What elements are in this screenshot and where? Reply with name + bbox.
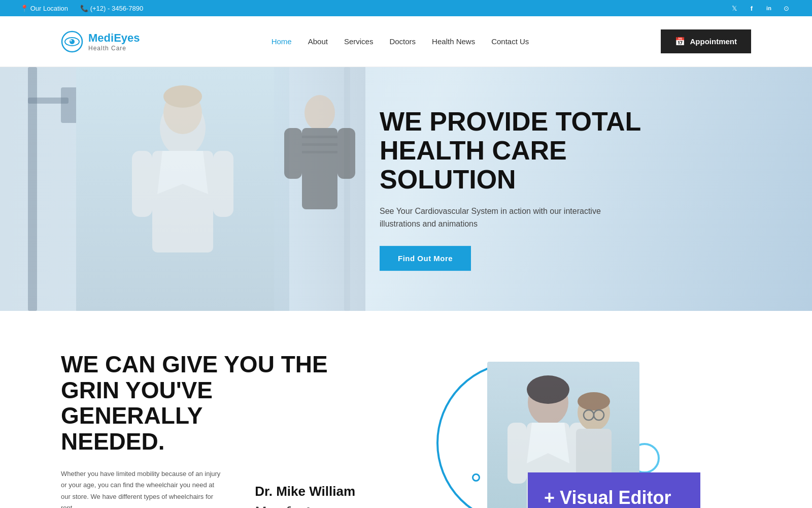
svg-rect-8 xyxy=(132,151,152,217)
svg-point-11 xyxy=(163,85,202,108)
svg-point-2 xyxy=(70,39,75,44)
promo-banner: + Visual Editor & SEO Tools xyxy=(528,472,700,508)
logo-icon xyxy=(61,30,83,53)
about-title: WE CAN GIVE YOU THE GRIN YOU'VE GENERALL… xyxy=(61,352,355,454)
top-bar-left: 📍 Our Location 📞 (+12) - 3456-7890 xyxy=(20,5,143,12)
svg-rect-14 xyxy=(284,128,302,179)
equipment-pole xyxy=(28,67,37,311)
hero-content: WE PROVIDE TOTAL HEALTH CARE SOLUTION Se… xyxy=(380,107,644,271)
svg-point-12 xyxy=(304,95,335,131)
nav-doctors[interactable]: Doctors xyxy=(389,37,416,46)
nav-contact[interactable]: Contact Us xyxy=(491,37,529,46)
svg-rect-15 xyxy=(337,128,355,179)
about-body-text: Whether you have limited mobility becaus… xyxy=(61,468,224,508)
logo-text: MediEyes Health Care xyxy=(88,31,140,52)
phone-info: 📞 (+12) - 3456-7890 xyxy=(80,5,143,12)
about-doctor-credit: Dr. Mike William Ɱɱɗɱf xyxy=(245,468,355,508)
logo-name: MediEyes xyxy=(88,31,140,45)
social-links xyxy=(729,3,792,14)
hero-image-left xyxy=(0,67,365,311)
svg-rect-18 xyxy=(302,151,337,153)
about-section: WE CAN GIVE YOU THE GRIN YOU'VE GENERALL… xyxy=(0,311,812,508)
linkedin-icon[interactable] xyxy=(763,3,774,14)
hero-image-right-patients xyxy=(274,67,365,311)
location-pin-icon: 📍 xyxy=(20,5,28,12)
circle-decoration-tiny xyxy=(472,473,480,482)
phone-icon: 📞 xyxy=(80,5,88,12)
about-body-wrap: Whether you have limited mobility becaus… xyxy=(61,468,355,508)
hero-section: WE PROVIDE TOTAL HEALTH CARE SOLUTION Se… xyxy=(0,67,812,311)
facebook-icon[interactable] xyxy=(746,3,757,14)
svg-point-3 xyxy=(71,40,72,41)
top-bar: 📍 Our Location 📞 (+12) - 3456-7890 xyxy=(0,0,812,16)
about-body1: Whether you have limited mobility becaus… xyxy=(61,468,224,508)
twitter-icon[interactable] xyxy=(729,3,740,14)
nav-health-news[interactable]: Health News xyxy=(432,37,475,46)
svg-rect-17 xyxy=(302,143,337,146)
svg-rect-9 xyxy=(213,151,233,217)
calendar-icon: 📅 xyxy=(675,37,685,46)
logo-tagline: Health Care xyxy=(88,45,140,52)
svg-rect-16 xyxy=(302,136,337,138)
doctor-name: Dr. Mike William xyxy=(255,484,355,499)
hero-title: WE PROVIDE TOTAL HEALTH CARE SOLUTION xyxy=(380,107,644,195)
nav-services[interactable]: Services xyxy=(344,37,374,46)
nav-home[interactable]: Home xyxy=(272,37,292,46)
nav-about[interactable]: About xyxy=(308,37,328,46)
header: MediEyes Health Care Home About Services… xyxy=(0,16,812,67)
instagram-icon[interactable] xyxy=(781,3,792,14)
appointment-button[interactable]: 📅 Appointment xyxy=(661,29,751,53)
find-out-more-button[interactable]: Find Out More xyxy=(380,246,471,271)
svg-rect-13 xyxy=(302,128,337,209)
doctor-figure xyxy=(76,67,289,311)
svg-rect-24 xyxy=(507,423,527,484)
promo-text: + Visual Editor & SEO Tools xyxy=(544,487,684,508)
location-info: 📍 Our Location xyxy=(20,5,68,12)
hero-subtitle: See Your Cardiovascular System in action… xyxy=(380,205,644,231)
about-right: + Visual Editor & SEO Tools xyxy=(396,352,700,508)
svg-point-20 xyxy=(527,375,569,404)
doctor-signature: Ɱɱɗɱf xyxy=(255,504,355,508)
logo[interactable]: MediEyes Health Care xyxy=(61,30,140,53)
about-left: WE CAN GIVE YOU THE GRIN YOU'VE GENERALL… xyxy=(61,352,355,508)
svg-point-27 xyxy=(578,392,610,410)
main-nav: Home About Services Doctors Health News … xyxy=(272,37,529,46)
